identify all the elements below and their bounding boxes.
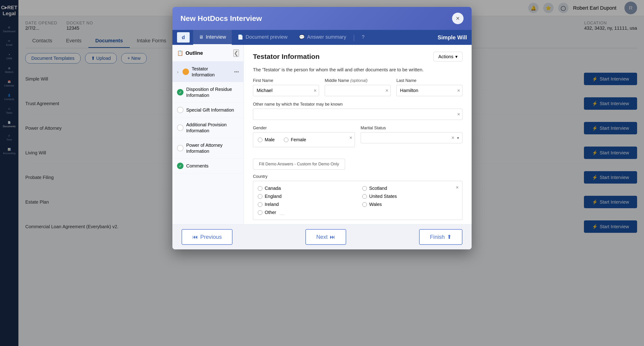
next-button[interactable]: Next ⏭ xyxy=(306,229,346,245)
marital-status-select[interactable]: Single Married Divorced Widowed xyxy=(361,132,463,143)
modal-overlay: New HotDocs Interview × d 🖥 Interview 📄 … xyxy=(0,0,644,346)
country-other-radio[interactable] xyxy=(258,210,262,215)
country-ireland-label: Ireland xyxy=(265,202,279,207)
previous-icon: ⏮ xyxy=(192,234,198,240)
country-england-option[interactable]: England xyxy=(258,194,353,199)
form-description: The 'Testator' is the person for whom th… xyxy=(253,67,462,72)
outline-icon: 📋 xyxy=(177,50,183,56)
outline-panel: 📋 Outline ❮ › Testator Information ••• ✓… xyxy=(172,45,244,224)
testator-more-icon[interactable]: ••• xyxy=(234,69,239,74)
country-england-radio[interactable] xyxy=(258,194,262,199)
last-name-input[interactable] xyxy=(396,85,462,96)
last-name-label: Last Name xyxy=(396,78,462,83)
country-england-label: England xyxy=(265,194,282,199)
marital-status-clear-button[interactable]: × xyxy=(451,135,454,141)
modal-header: New HotDocs Interview × xyxy=(172,7,472,30)
actions-button[interactable]: Actions ▾ xyxy=(434,52,462,61)
tab-answer-summary[interactable]: 💬 Answer summary xyxy=(293,30,352,45)
gender-female-radio[interactable] xyxy=(284,138,288,142)
last-name-clear-button[interactable]: × xyxy=(457,88,460,94)
country-clear-button[interactable]: × xyxy=(456,185,459,190)
outline-item-comments[interactable]: ✓ Comments xyxy=(172,158,244,173)
country-ireland-option[interactable]: Ireland xyxy=(258,202,353,207)
outline-collapse-button[interactable]: ❮ xyxy=(234,49,239,57)
tab-help[interactable]: ? xyxy=(356,30,370,45)
testator-item-label: Testator Information xyxy=(192,66,231,78)
other-name-label: Other name by which the Testator may be … xyxy=(253,102,462,107)
document-preview-tab-label: Document preview xyxy=(246,34,288,40)
modal-close-button[interactable]: × xyxy=(452,13,464,24)
gender-male-radio[interactable] xyxy=(258,138,262,142)
gender-clear-button[interactable]: × xyxy=(350,135,352,141)
other-name-clear-button[interactable]: × xyxy=(457,111,460,117)
tab-interview[interactable]: 🖥 Interview xyxy=(193,30,232,45)
country-group: Country Canada Scotland xyxy=(253,174,462,224)
outline-item-disposition[interactable]: ✓ Disposition of Residue Information xyxy=(172,82,244,103)
outline-item-power-of-attorney[interactable]: Power of Attorney Information xyxy=(172,138,244,158)
special-gift-item-label: Special Gift Information xyxy=(186,107,239,113)
tab-document-preview[interactable]: 📄 Document preview xyxy=(232,30,293,45)
finish-button[interactable]: Finish ⬆ xyxy=(419,229,462,245)
actions-label: Actions xyxy=(438,54,454,59)
next-icon: ⏭ xyxy=(330,234,335,240)
country-scotland-label: Scotland xyxy=(369,186,387,191)
middle-name-clear-button[interactable]: × xyxy=(385,88,388,94)
previous-button[interactable]: ⏮ Previous xyxy=(182,229,232,245)
country-us-radio[interactable] xyxy=(362,194,367,199)
additional-provision-item-label: Additional Provision Information xyxy=(186,122,239,134)
interview-tab-icon: 🖥 xyxy=(199,34,204,40)
country-us-label: United States xyxy=(369,194,397,199)
country-canada-option[interactable]: Canada xyxy=(258,186,353,191)
additional-provision-status-icon xyxy=(177,124,184,131)
country-other-input[interactable] xyxy=(280,210,284,215)
gender-male-option[interactable]: Male xyxy=(258,137,274,142)
middle-name-input[interactable] xyxy=(325,85,391,96)
country-wales-option[interactable]: Wales xyxy=(362,202,458,207)
modal-footer: ⏮ Previous Next ⏭ Finish ⬆ xyxy=(172,224,472,249)
country-scotland-radio[interactable] xyxy=(362,186,367,191)
country-wales-radio[interactable] xyxy=(362,202,367,207)
country-radio-group: Canada Scotland England xyxy=(258,186,458,215)
power-of-attorney-item-label: Power of Attorney Information xyxy=(186,142,239,154)
country-us-option[interactable]: United States xyxy=(362,194,458,199)
gender-female-label: Female xyxy=(291,137,306,142)
previous-label: Previous xyxy=(200,234,222,240)
disposition-item-label: Disposition of Residue Information xyxy=(186,86,239,98)
outline-item-special-gift[interactable]: Special Gift Information xyxy=(172,103,244,118)
country-scotland-option[interactable]: Scotland xyxy=(362,186,458,191)
first-name-label: First Name xyxy=(253,78,319,83)
first-name-group: First Name × xyxy=(253,78,319,96)
middle-name-group: Middle Name (optional) × xyxy=(325,78,391,96)
form-panel-header: Testator Information Actions ▾ xyxy=(253,52,462,61)
first-name-clear-button[interactable]: × xyxy=(314,88,317,94)
other-name-group: Other name by which the Testator may be … xyxy=(253,102,462,120)
finish-label: Finish xyxy=(430,234,445,240)
power-of-attorney-status-icon xyxy=(177,145,184,151)
outline-item-testator[interactable]: › Testator Information ••• xyxy=(172,62,244,82)
country-other-option[interactable]: Other xyxy=(258,210,353,215)
help-tab-label: ? xyxy=(362,34,364,40)
disposition-status-icon: ✓ xyxy=(177,89,184,95)
answer-summary-tab-label: Answer summary xyxy=(307,34,346,40)
answer-summary-tab-icon: 💬 xyxy=(299,34,305,40)
interview-tab-label: Interview xyxy=(206,34,226,40)
other-name-input[interactable] xyxy=(253,109,462,120)
gender-radio-group: Male Female xyxy=(258,137,350,142)
gender-group: Gender Male Female xyxy=(253,126,355,153)
country-box: Canada Scotland England xyxy=(253,181,462,220)
country-ireland-radio[interactable] xyxy=(258,202,262,207)
special-gift-status-icon xyxy=(177,107,184,113)
comments-item-label: Comments xyxy=(186,163,239,169)
document-type-title: Simple Will xyxy=(438,34,467,41)
marital-status-group: Marital Status Single Married Divorced W… xyxy=(361,126,463,143)
gender-box: Male Female × xyxy=(253,132,355,147)
hotdocs-modal: New HotDocs Interview × d 🖥 Interview 📄 … xyxy=(172,7,472,249)
outline-item-additional-provision[interactable]: Additional Provision Information xyxy=(172,118,244,138)
country-canada-radio[interactable] xyxy=(258,186,262,191)
tab-divider: | xyxy=(353,34,355,41)
first-name-input[interactable] xyxy=(253,85,319,96)
gender-female-option[interactable]: Female xyxy=(284,137,306,142)
marital-status-label: Marital Status xyxy=(361,126,463,130)
outline-header: 📋 Outline ❮ xyxy=(172,45,244,62)
demo-fill-button[interactable]: Fill Demo Answers - Custom for Demo Only xyxy=(253,159,345,170)
